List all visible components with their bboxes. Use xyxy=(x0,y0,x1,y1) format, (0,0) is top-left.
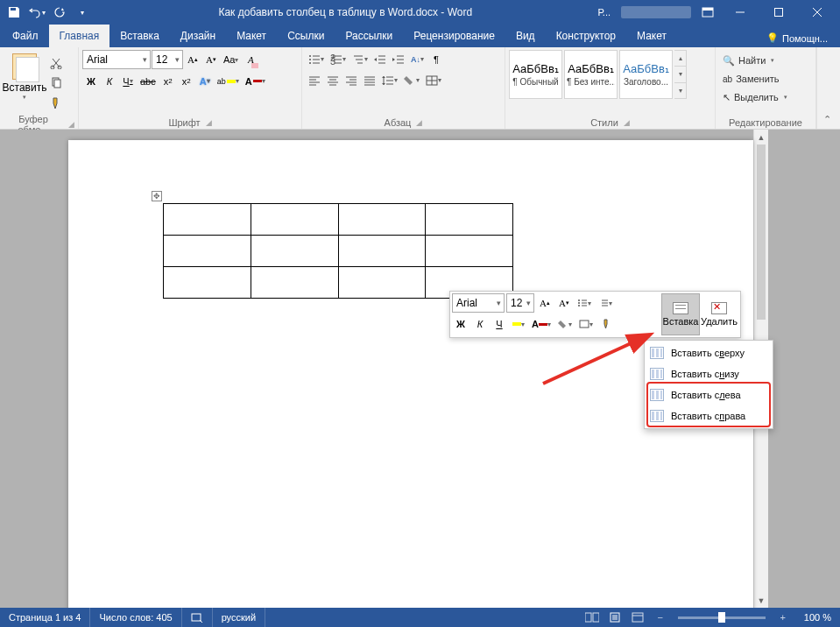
shading-button[interactable] xyxy=(401,71,422,89)
underline-button[interactable]: Ч xyxy=(119,72,137,90)
mini-font-color[interactable]: A xyxy=(529,314,554,334)
paste-button[interactable]: Вставить ▾ xyxy=(4,50,46,109)
zoom-in-button[interactable]: + xyxy=(773,608,794,627)
styles-gallery-scroll[interactable]: ▴▾▾ xyxy=(674,50,687,99)
superscript-button[interactable]: x2 xyxy=(178,72,195,90)
select-button[interactable]: ↖Выделить▾ xyxy=(719,88,791,106)
justify-button[interactable] xyxy=(361,71,378,89)
clipboard-launcher-icon[interactable]: ◢ xyxy=(68,120,74,129)
tab-view[interactable]: Вид xyxy=(505,25,546,47)
italic-button[interactable]: К xyxy=(101,72,118,90)
read-mode-button[interactable] xyxy=(582,608,603,627)
font-launcher-icon[interactable]: ◢ xyxy=(206,118,212,127)
zoom-out-button[interactable]: − xyxy=(650,608,671,627)
language-indicator[interactable]: русский xyxy=(213,608,265,627)
align-right-button[interactable] xyxy=(342,71,360,89)
maximize-button[interactable] xyxy=(759,0,798,25)
change-case-button[interactable]: Aa xyxy=(221,51,241,69)
mini-delete-button[interactable]: Удалить xyxy=(700,293,738,335)
table-move-handle[interactable]: ✥ xyxy=(152,191,162,201)
numbering-button[interactable]: 123 xyxy=(328,50,349,68)
scroll-thumb[interactable] xyxy=(757,144,766,320)
qat-customize-icon[interactable]: ▾ xyxy=(72,2,93,23)
tab-table-design[interactable]: Конструктор xyxy=(546,25,626,47)
page-indicator[interactable]: Страница 1 из 4 xyxy=(0,608,90,627)
bullets-button[interactable] xyxy=(306,50,327,68)
collapse-ribbon-button[interactable]: ⌃ xyxy=(816,47,837,129)
mini-highlight[interactable] xyxy=(510,314,527,334)
scroll-down-icon[interactable]: ▼ xyxy=(754,593,768,608)
borders-button[interactable] xyxy=(423,71,444,89)
line-spacing-button[interactable] xyxy=(379,71,400,89)
zoom-level[interactable]: 100 % xyxy=(795,612,840,623)
redo-icon[interactable] xyxy=(49,2,70,23)
style-normal[interactable]: АаБбВв₁¶ Обычный xyxy=(509,50,562,99)
tab-home[interactable]: Главная xyxy=(49,25,110,47)
scroll-up-icon[interactable]: ▲ xyxy=(754,130,768,144)
strike-button[interactable]: abc xyxy=(138,72,159,90)
font-color-button[interactable]: A xyxy=(243,72,268,90)
cut-button[interactable] xyxy=(47,53,65,72)
mini-underline[interactable]: Ч xyxy=(491,314,508,334)
align-center-button[interactable] xyxy=(324,71,342,89)
subscript-button[interactable]: x2 xyxy=(159,72,177,90)
mini-grow-font[interactable]: A▴ xyxy=(536,293,554,313)
mini-size-combo[interactable]: 12 xyxy=(506,293,534,313)
document-table[interactable] xyxy=(163,203,513,299)
format-painter-button[interactable] xyxy=(47,94,65,112)
zoom-slider[interactable] xyxy=(678,616,766,619)
web-layout-button[interactable] xyxy=(627,608,648,627)
tab-insert[interactable]: Вставка xyxy=(109,25,170,47)
insert-below-item[interactable]: Вставить снизу xyxy=(645,363,773,384)
tab-file[interactable]: Файл xyxy=(2,25,49,47)
minimize-button[interactable] xyxy=(721,0,759,25)
mini-borders[interactable] xyxy=(576,314,596,334)
replace-button[interactable]: abЗаменить xyxy=(719,70,783,88)
tab-design[interactable]: Дизайн xyxy=(170,25,226,47)
mini-numbering[interactable] xyxy=(596,293,615,313)
ribbon-options-icon[interactable] xyxy=(702,6,714,18)
multilevel-button[interactable] xyxy=(349,50,371,68)
insert-above-item[interactable]: Вставить сверху xyxy=(645,342,773,363)
mini-italic[interactable]: К xyxy=(471,314,489,334)
sort-button[interactable]: А↓ xyxy=(408,50,427,68)
copy-button[interactable] xyxy=(47,74,65,92)
mini-format-painter[interactable] xyxy=(597,314,615,334)
tab-mailings[interactable]: Рассылки xyxy=(335,25,403,47)
tab-table-layout[interactable]: Макет xyxy=(626,25,677,47)
mini-shading[interactable] xyxy=(555,314,575,334)
indent-button[interactable] xyxy=(390,50,407,68)
style-nospacing[interactable]: АаБбВв₁¶ Без инте... xyxy=(564,50,618,99)
outdent-button[interactable] xyxy=(371,50,389,68)
styles-launcher-icon[interactable]: ◢ xyxy=(624,118,630,127)
account-label[interactable]: Р... xyxy=(598,6,611,18)
undo-icon[interactable]: ▾ xyxy=(26,2,47,23)
tab-references[interactable]: Ссылки xyxy=(277,25,335,47)
mini-bold[interactable]: Ж xyxy=(452,314,469,334)
paragraph-launcher-icon[interactable]: ◢ xyxy=(416,118,422,127)
mini-insert-button[interactable]: Вставка xyxy=(661,293,700,335)
tell-me[interactable]: 💡Помощн... xyxy=(766,32,840,47)
save-icon[interactable] xyxy=(4,2,25,23)
find-button[interactable]: 🔍Найти▾ xyxy=(719,52,778,69)
bold-button[interactable]: Ж xyxy=(82,72,100,90)
align-left-button[interactable] xyxy=(306,71,323,89)
font-size-combo[interactable]: 12 xyxy=(152,50,183,69)
print-layout-button[interactable] xyxy=(604,608,625,627)
insert-left-item[interactable]: Вставить слева xyxy=(645,384,773,405)
style-heading1[interactable]: АаБбВв₁Заголово... xyxy=(619,50,673,99)
text-effects-button[interactable]: A xyxy=(196,72,214,90)
shrink-font-button[interactable]: A▾ xyxy=(202,51,220,69)
show-marks-button[interactable]: ¶ xyxy=(427,50,445,68)
mini-bullets[interactable] xyxy=(575,293,594,313)
font-name-combo[interactable]: Arial xyxy=(82,50,151,69)
close-button[interactable] xyxy=(798,0,836,25)
tab-layout[interactable]: Макет xyxy=(226,25,277,47)
highlight-button[interactable]: ab xyxy=(215,72,242,90)
word-count[interactable]: Число слов: 405 xyxy=(90,608,181,627)
insert-right-item[interactable]: Вставить справа xyxy=(645,405,773,426)
mini-shrink-font[interactable]: A▾ xyxy=(555,293,573,313)
tab-review[interactable]: Рецензирование xyxy=(403,25,505,47)
grow-font-button[interactable]: A▴ xyxy=(184,51,201,69)
spellcheck-button[interactable] xyxy=(182,608,213,627)
